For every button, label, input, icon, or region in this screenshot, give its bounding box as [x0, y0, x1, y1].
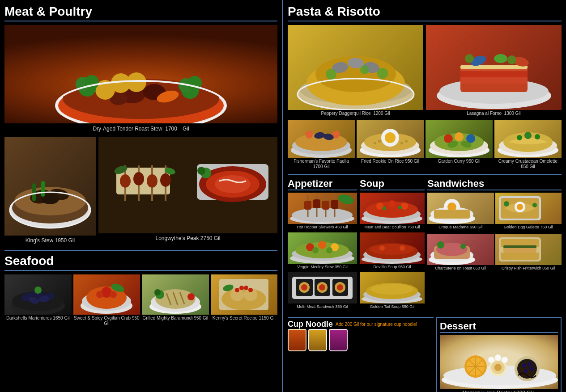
dessert-title: Dessert — [440, 320, 558, 333]
charcuterie-item: Charcuterie on Toast 650 Gil — [427, 234, 494, 272]
cup-noodle-cups — [288, 329, 434, 351]
svg-point-73 — [244, 286, 248, 290]
svg-point-97 — [465, 54, 474, 63]
pasta-section: Pasta & Risotto — [288, 4, 562, 170]
croque-madame-caption: Croque Madame 650 Gil — [427, 224, 494, 231]
fried-rice-item: Fried Rookie On Rice 950 Gil — [357, 120, 424, 170]
svg-point-163 — [398, 206, 402, 209]
crab-item: Sweet & Spicy Cygilian Crab 950 Gil — [73, 274, 140, 327]
svg-point-74 — [248, 288, 253, 292]
paella-caption: Fisherman's Favorite Paella 1700 Gil — [288, 158, 355, 170]
svg-point-142 — [318, 241, 326, 249]
lasagna-image — [426, 25, 562, 110]
svg-point-152 — [319, 284, 325, 291]
golden-tail-soup-image — [360, 272, 425, 303]
croque-madame-item: Croque Madame 650 Gil — [427, 193, 494, 231]
kings-stew-caption: King's Stew 1950 Gil — [4, 236, 96, 245]
svg-point-168 — [379, 245, 385, 251]
svg-point-167 — [370, 244, 414, 255]
svg-point-189 — [437, 241, 444, 249]
lasagna-item: Lasagna al Forno 1300 Gil — [426, 25, 562, 117]
meat-section-title: Meat & Poultry — [4, 4, 277, 21]
fish-fritterwich-caption: Crispy Fish Fritterwich 850 Gil — [495, 265, 562, 272]
svg-rect-135 — [322, 201, 329, 210]
multi-meat-image — [288, 272, 357, 303]
sandwiches-section: Sandwiches — [427, 178, 562, 312]
crustacean-caption: Creamy Crustacean Omelette 850 Gil — [494, 158, 562, 170]
svg-rect-92 — [460, 77, 528, 84]
svg-point-8 — [127, 72, 146, 92]
daggerquil-caption: Peppery Daggerquil Rice 1200 Gil — [288, 110, 423, 117]
svg-point-216 — [495, 354, 501, 361]
svg-point-50 — [34, 287, 42, 294]
bouillon-item: Meat and Beat Bouillon 750 Gil — [360, 193, 425, 231]
cup-noodle-section: Cup Noodle Add 200 Gil for our signature… — [288, 317, 434, 392]
crab-caption: Sweet & Spicy Cygilian Crab 950 Gil — [73, 315, 140, 327]
veggie-stew-caption: Veggie Medley Stew 350 Gil — [288, 264, 357, 270]
svg-point-190 — [460, 244, 466, 249]
multi-meat-caption: Multi-Meat Sandwich 350 Gil — [288, 303, 357, 310]
svg-point-214 — [494, 364, 502, 371]
svg-point-32 — [133, 172, 144, 185]
fried-rice-caption: Fried Rookie On Rice 950 Gil — [357, 158, 424, 165]
veggie-stew-item: Veggie Medley Stew 350 Gil — [288, 232, 357, 270]
svg-rect-178 — [434, 210, 470, 219]
lower-divider — [288, 174, 562, 175]
lower-right: Appetizer — [288, 178, 562, 312]
egg-galette-caption: Golden Egg Galette 750 Gil — [495, 224, 562, 231]
svg-point-40 — [215, 175, 251, 193]
svg-rect-196 — [503, 245, 536, 248]
svg-point-34 — [160, 173, 171, 187]
kenny-item: Kenny's Secret Recipe 1150 Gil — [211, 274, 278, 327]
soup-title: Soup — [360, 178, 425, 190]
svg-point-128 — [292, 208, 353, 222]
cup2-image — [308, 329, 327, 351]
kenny-caption: Kenny's Secret Recipe 1150 Gil — [211, 315, 278, 322]
svg-point-145 — [326, 247, 332, 253]
svg-point-65 — [154, 289, 161, 295]
seafood-section: Seafood — [4, 254, 277, 327]
svg-rect-136 — [331, 200, 338, 209]
seafood-section-title: Seafood — [4, 254, 277, 271]
svg-rect-23 — [32, 183, 36, 201]
dessert-section: Dessert — [436, 317, 562, 392]
svg-point-162 — [383, 207, 386, 210]
appetizer-section: Appetizer — [288, 178, 357, 312]
crustacean-item: Creamy Crustacean Omelette 850 Gil — [494, 120, 562, 170]
egg-galette-item: Golden Egg Galette 750 Gil — [495, 193, 562, 231]
svg-rect-133 — [304, 201, 311, 210]
sandwich-grid: Croque Madame 650 Gil — [427, 193, 562, 274]
svg-rect-93 — [460, 65, 528, 69]
kings-stew-item: King's Stew 1950 Gil — [4, 137, 96, 245]
svg-point-109 — [374, 142, 376, 144]
svg-point-161 — [401, 202, 408, 210]
svg-point-159 — [376, 202, 383, 210]
svg-point-42 — [197, 167, 205, 175]
multi-meat-item: Multi-Meat Sandwich 350 Gil — [288, 272, 357, 310]
daggerquil-image — [288, 25, 423, 110]
svg-point-112 — [405, 140, 408, 143]
barramundi-image — [142, 274, 209, 315]
svg-point-215 — [488, 357, 494, 363]
app-hopper-image — [288, 193, 357, 224]
fish-fritterwich-item: Crispy Fish Fritterwich 850 Gil — [495, 234, 562, 272]
golden-tail-soup-item: Golden Tail Soup 550 Gil — [360, 272, 425, 310]
devilfin-image — [360, 232, 425, 264]
svg-point-110 — [378, 140, 381, 143]
longwythes-peak-image — [98, 137, 277, 233]
svg-point-84 — [377, 68, 388, 79]
daggerquil-item: Peppery Daggerquil Rice 1200 Gil — [288, 25, 423, 117]
svg-point-117 — [455, 132, 464, 141]
cup3-image — [329, 329, 348, 351]
cup-noodle-label: Cup Noodle — [288, 320, 333, 329]
svg-point-83 — [326, 69, 336, 80]
svg-point-169 — [400, 245, 405, 251]
pasta-top-row: Peppery Daggerquil Rice 1200 Gil — [288, 25, 562, 117]
croque-madame-image — [427, 193, 494, 224]
cup-noodle-row: Cup Noodle Add 200 Gil for our signature… — [288, 320, 434, 329]
svg-point-202 — [522, 363, 526, 368]
charcuterie-caption: Charcuterie on Toast 650 Gil — [427, 265, 494, 272]
kings-stew-image — [4, 137, 96, 236]
fried-rice-image — [357, 120, 424, 158]
svg-point-204 — [529, 367, 534, 371]
